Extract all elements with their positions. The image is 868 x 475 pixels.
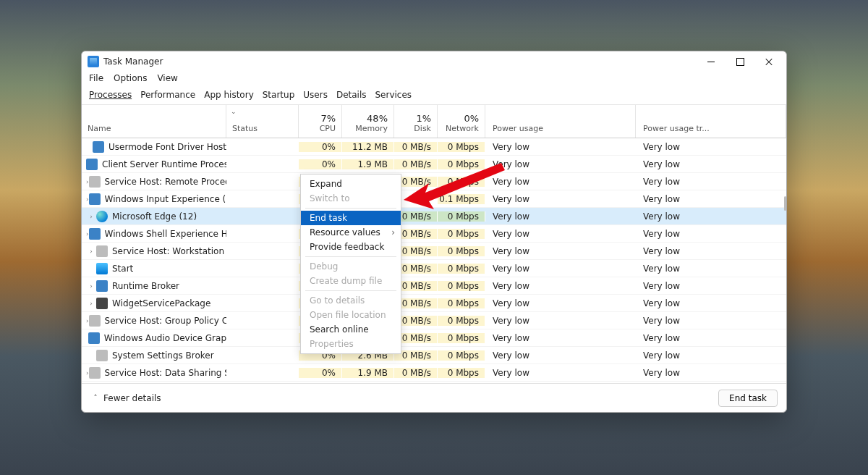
table-row[interactable]: ›Microsoft Edge (12)324.9 MB0 MB/s0 Mbps… <box>82 208 786 225</box>
expand-chevron-icon[interactable]: › <box>86 300 96 307</box>
table-row[interactable]: Windows Audio Device Grap0%1.1 MB0 MB/s0… <box>82 329 786 347</box>
cell-power: Very low <box>485 194 636 204</box>
menu-item-search-online[interactable]: Search online <box>301 322 401 337</box>
cell-network: 0 Mbps <box>438 177 485 187</box>
menu-item-expand[interactable]: Expand <box>301 177 401 191</box>
menu-file[interactable]: File <box>89 73 103 83</box>
table-row[interactable]: Client Server Runtime Process0%1.9 MB0 M… <box>82 156 786 173</box>
cell-network: 0 Mbps <box>438 229 485 239</box>
cell-power: Very low <box>485 333 636 343</box>
menu-item-resource-values[interactable]: Resource values <box>301 225 401 240</box>
table-row[interactable]: ›WidgetServicePackage0%3.0 MB0 MB/s0 Mbp… <box>82 295 786 312</box>
col-status[interactable]: ⌄Status <box>226 105 299 138</box>
table-row[interactable]: System Settings Broker0%2.6 MB0 MB/s0 Mb… <box>82 347 786 364</box>
col-cpu[interactable]: 7%CPU <box>299 105 342 138</box>
table-row[interactable]: ›Runtime Broker0%3.3 MB0 MB/s0 MbpsVery … <box>82 277 786 295</box>
process-name: Usermode Font Driver Host <box>109 142 226 152</box>
cell-memory: 1.9 MB <box>342 368 394 378</box>
cell-network: 0 Mbps <box>438 264 485 274</box>
process-icon <box>96 245 108 257</box>
process-name: Microsoft Edge (12) <box>112 211 197 222</box>
menu-item-go-to-details: Go to details <box>301 293 401 308</box>
app-icon <box>88 56 99 67</box>
tab-performance[interactable]: Performance <box>140 90 195 100</box>
col-power-trend[interactable]: Power usage tr... <box>636 105 786 138</box>
scrollbar-thumb[interactable] <box>784 196 786 211</box>
cell-network: 0 Mbps <box>438 281 485 291</box>
tab-users[interactable]: Users <box>303 90 328 100</box>
process-name: Service Host: Data Sharing Service <box>105 368 226 378</box>
process-icon <box>89 176 101 188</box>
cell-power: Very low <box>485 264 636 274</box>
cell-network: 0.1 Mbps <box>438 194 485 204</box>
close-button[interactable] <box>754 51 783 72</box>
process-icon <box>96 280 108 292</box>
minimize-button[interactable] <box>697 51 726 72</box>
cell-network: 0 Mbps <box>438 246 485 256</box>
maximize-button[interactable] <box>726 51 754 72</box>
tab-startup[interactable]: Startup <box>263 90 295 100</box>
process-list[interactable]: Usermode Font Driver Host0%11.2 MB0 MB/s… <box>82 138 786 383</box>
menu-separator <box>305 290 396 291</box>
cell-network: 0 Mbps <box>438 368 485 378</box>
fewer-details-link[interactable]: Fewer details <box>103 393 161 403</box>
table-row[interactable]: ›Service Host: Data Sharing Service0%1.9… <box>82 364 786 382</box>
process-name: Service Host: Group Policy C <box>105 316 226 326</box>
menu-item-end-task[interactable]: End task <box>301 211 401 225</box>
tab-processes[interactable]: Processes <box>89 90 132 100</box>
cell-cpu: 0% <box>299 159 342 169</box>
table-row[interactable]: ›Service Host: Workstation0%0.8 MB0 MB/s… <box>82 243 786 260</box>
col-name[interactable]: Name <box>82 105 226 138</box>
process-name: System Settings Broker <box>112 350 214 361</box>
menu-item-switch-to: Switch to <box>301 191 401 206</box>
menu-options[interactable]: Options <box>114 73 147 83</box>
context-menu: ExpandSwitch toEnd taskResource valuesPr… <box>300 174 401 354</box>
tab-details[interactable]: Details <box>336 90 367 100</box>
menu-item-provide-feedback[interactable]: Provide feedback <box>301 240 401 254</box>
menu-view[interactable]: View <box>157 73 177 83</box>
cell-network: 0 Mbps <box>438 350 485 361</box>
cell-disk: 0 MB/s <box>394 159 438 169</box>
cell-power: Very low <box>485 316 636 326</box>
cell-power-trend: Very low <box>636 264 786 274</box>
col-power[interactable]: Power usage <box>485 105 636 138</box>
process-name: Service Host: Workstation <box>112 246 224 256</box>
col-disk[interactable]: 1%Disk <box>394 105 438 138</box>
cell-power-trend: Very low <box>636 142 786 152</box>
cell-power-trend: Very low <box>636 298 786 308</box>
titlebar[interactable]: Task Manager <box>82 51 786 72</box>
process-name: Windows Shell Experience H <box>105 229 226 239</box>
cell-power: Very low <box>485 368 636 378</box>
col-network[interactable]: 0%Network <box>438 105 485 138</box>
col-memory[interactable]: 48%Memory <box>342 105 394 138</box>
process-name: Client Server Runtime Process <box>102 159 226 169</box>
cell-memory: 1.9 MB <box>342 159 394 169</box>
table-row[interactable]: ›Windows Input Experience (3)0%72.60.1 M… <box>82 190 786 208</box>
cell-network: 0 Mbps <box>438 333 485 343</box>
cell-power-trend: Very low <box>636 350 786 361</box>
cell-power-trend: Very low <box>636 368 786 378</box>
cell-power-trend: Very low <box>636 229 786 239</box>
cell-cpu: 0% <box>299 368 342 378</box>
menu-separator <box>305 256 396 257</box>
process-name: Service Host: Remote Procedure... <box>105 177 226 187</box>
table-row[interactable]: ›Service Host: Remote Procedure...0%6.8 … <box>82 173 786 190</box>
process-name: Windows Input Experience (3) <box>105 194 226 204</box>
expand-chevron-icon[interactable]: › <box>86 248 96 255</box>
table-row[interactable]: Start0%23.6 MB0 MB/s0 MbpsVery lowVery l… <box>82 260 786 277</box>
end-task-button[interactable]: End task <box>718 390 778 407</box>
table-row[interactable]: Usermode Font Driver Host0%11.2 MB0 MB/s… <box>82 138 786 156</box>
chevron-up-icon[interactable]: ˄ <box>90 394 101 402</box>
expand-chevron-icon[interactable]: › <box>86 213 96 220</box>
table-row[interactable]: ›Windows Shell Experience H0%0 MB0 MB/s0… <box>82 225 786 243</box>
cell-cpu: 0% <box>299 142 342 152</box>
menu-item-debug: Debug <box>301 259 401 274</box>
table-row[interactable]: ›Service Host: Group Policy C0%1.2 MB0 M… <box>82 312 786 329</box>
tab-services[interactable]: Services <box>375 90 412 100</box>
expand-chevron-icon[interactable]: › <box>86 282 96 290</box>
cell-disk: 0 MB/s <box>394 142 438 152</box>
cell-power-trend: Very low <box>636 177 786 187</box>
tab-app-history[interactable]: App history <box>204 90 254 100</box>
cell-power: Very low <box>485 229 636 239</box>
cell-network: 0 Mbps <box>438 298 485 308</box>
